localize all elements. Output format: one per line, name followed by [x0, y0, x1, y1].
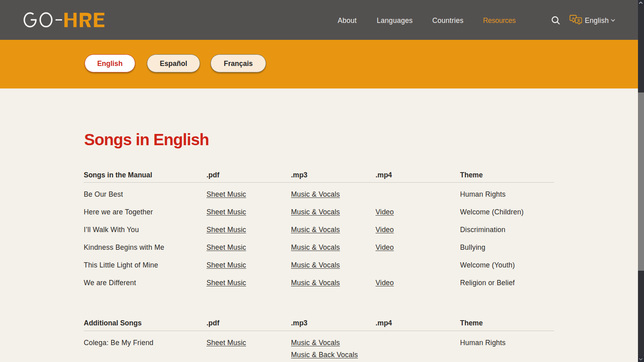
svg-text:A: A: [572, 16, 574, 21]
svg-text:文: 文: [577, 19, 580, 23]
